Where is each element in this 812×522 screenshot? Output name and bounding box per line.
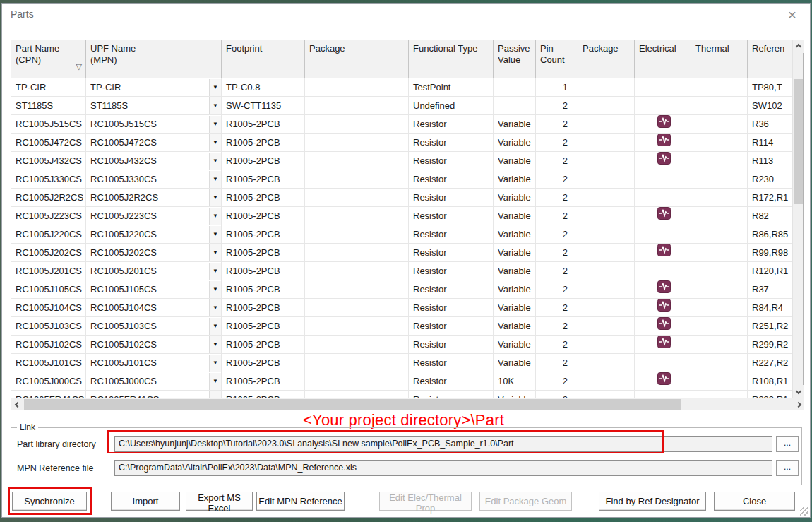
cell-pin-count: 2 <box>536 134 578 151</box>
close-icon[interactable]: × <box>783 6 801 24</box>
cell-passive-value: 10K <box>494 372 536 390</box>
part-library-directory-field[interactable]: C:\Users\hyunjunj\Desktop\Tutorial\2023.… <box>114 436 772 452</box>
vertical-scrollbar-thumb[interactable] <box>794 79 803 204</box>
mpn-reference-browse-button[interactable]: ... <box>776 460 799 476</box>
cell-package-2 <box>578 170 635 188</box>
column-header-thermal[interactable]: Thermal <box>691 40 748 78</box>
table-row[interactable]: RC1005J102CSRC1005J102CS▼R1005-2PCBResis… <box>11 336 794 354</box>
table-row[interactable]: RC1005J101CSRC1005J101CS▼R1005-2PCBResis… <box>11 354 794 372</box>
chevron-down-icon[interactable]: ▼ <box>209 244 221 261</box>
cell-pin-count: 2 <box>536 372 578 390</box>
chevron-down-icon[interactable]: ▼ <box>209 153 221 170</box>
cell-package <box>305 317 409 335</box>
cell-upf-name: TP-CIR▼ <box>86 78 222 96</box>
cell-part-name: RC1005J101CS <box>11 354 86 372</box>
table-row[interactable]: RC1005J223CSRC1005J223CS▼R1005-2PCBResis… <box>11 207 794 225</box>
chevron-down-icon[interactable]: ▼ <box>209 355 221 372</box>
chevron-down-icon[interactable]: ▼ <box>209 116 221 133</box>
chevron-down-icon[interactable]: ▼ <box>209 134 221 151</box>
vertical-scrollbar[interactable] <box>792 40 803 398</box>
table-row[interactable]: RC1005J472CSRC1005J472CS▼R1005-2PCBResis… <box>11 134 794 152</box>
cell-part-name: RC1005J202CS <box>11 244 86 261</box>
electrical-analysis-icon <box>657 207 671 225</box>
column-header-pin-count[interactable]: Pin Count <box>536 40 578 78</box>
upf-name-value: RC1005J102CS <box>90 336 157 353</box>
cell-thermal <box>691 189 748 206</box>
table-row[interactable]: RC1005J220CSRC1005J220CS▼R1005-2PCBResis… <box>11 225 794 244</box>
table-row[interactable]: TP-CIRTP-CIR▼TP-C0.8TestPoint1TP80,T <box>11 78 794 97</box>
table-row[interactable]: RC1005J202CSRC1005J202CS▼R1005-2PCBResis… <box>11 244 794 262</box>
table-row[interactable]: RC1005J000CSRC1005J000CS▼R1005-2PCBResis… <box>11 372 794 391</box>
column-header-footprint[interactable]: Footprint <box>222 40 305 78</box>
scroll-down-icon[interactable] <box>793 385 804 398</box>
cell-thermal <box>691 78 748 96</box>
chevron-down-icon[interactable]: ▼ <box>209 391 221 398</box>
cell-part-name: RC1005J220CS <box>11 225 86 243</box>
chevron-down-icon[interactable]: ▼ <box>209 263 221 280</box>
table-row[interactable]: RC1005J330CSRC1005J330CS▼R1005-2PCBResis… <box>11 170 794 189</box>
column-header-passive-value[interactable]: Passive Value <box>494 40 536 78</box>
column-header-reference[interactable]: Referen <box>748 40 794 78</box>
horizontal-scrollbar-thumb[interactable] <box>24 399 681 410</box>
table-row[interactable]: ST1185SST1185S▼SW-CTT1135Undefined2SW102 <box>11 97 794 115</box>
cell-functional-type: Resistor <box>409 280 494 298</box>
mpn-reference-file-field[interactable]: C:\ProgramData\Altair\PollEx\2023\Data\M… <box>114 460 772 476</box>
table-row[interactable]: RC1005J105CSRC1005J105CS▼R1005-2PCBResis… <box>11 280 794 299</box>
table-row[interactable]: RC1005J104CSRC1005J104CS▼R1005-2PCBResis… <box>11 299 794 317</box>
upf-name-value: RC1005J432CS <box>90 152 157 170</box>
cell-footprint: R1005-2PCB <box>222 152 305 170</box>
column-header-upf-name[interactable]: UPF Name (MPN) <box>86 40 222 78</box>
scroll-right-icon[interactable] <box>792 398 804 410</box>
table-row[interactable]: RC1005J201CSRC1005J201CS▼R1005-2PCBResis… <box>11 262 794 280</box>
chevron-down-icon[interactable]: ▼ <box>209 318 221 335</box>
chevron-down-icon[interactable]: ▼ <box>209 281 221 298</box>
table-row[interactable]: RC1005FR41CSRC1005FR41CS▼R1005-2PCBResis… <box>11 391 794 398</box>
cell-package <box>305 336 409 353</box>
chevron-down-icon[interactable]: ▼ <box>209 226 221 243</box>
table-body: TP-CIRTP-CIR▼TP-C0.8TestPoint1TP80,TST11… <box>11 78 794 398</box>
chevron-down-icon[interactable]: ▼ <box>209 97 221 114</box>
cell-passive-value: Variable <box>494 317 536 335</box>
chevron-down-icon[interactable]: ▼ <box>209 171 221 188</box>
cell-package-2 <box>578 152 635 170</box>
scroll-left-icon[interactable] <box>11 398 24 410</box>
chevron-down-icon[interactable]: ▼ <box>209 299 221 316</box>
chevron-down-icon[interactable]: ▼ <box>209 336 221 353</box>
column-header-part-name[interactable]: Part Name (CPN)▽ <box>11 40 86 78</box>
column-header-package-2[interactable]: Package <box>578 40 635 78</box>
synchronize-button[interactable]: Synchronize <box>12 492 87 511</box>
cell-functional-type: Resistor <box>409 225 494 243</box>
cell-reference: R251,R2 <box>748 317 794 335</box>
column-header-electrical[interactable]: Electrical <box>635 40 691 78</box>
column-header-functional-type[interactable]: Functional Type <box>409 40 494 78</box>
table-row[interactable]: RC1005J432CSRC1005J432CS▼R1005-2PCBResis… <box>11 152 794 170</box>
chevron-down-icon[interactable]: ▼ <box>209 189 221 206</box>
cell-package <box>305 372 409 390</box>
chevron-down-icon[interactable]: ▼ <box>209 79 221 96</box>
table-row[interactable]: RC1005J103CSRC1005J103CS▼R1005-2PCBResis… <box>11 317 794 336</box>
chevron-down-icon[interactable]: ▼ <box>209 208 221 225</box>
find-by-ref-designator-button[interactable]: Find by Ref Designator <box>599 492 706 511</box>
cell-package <box>305 207 409 225</box>
edit-mpn-reference-button[interactable]: Edit MPN Reference <box>256 492 345 511</box>
cell-functional-type: TestPoint <box>409 78 494 96</box>
table-row[interactable]: RC1005J2R2CSRC1005J2R2CS▼R1005-2PCBResis… <box>11 189 794 207</box>
part-library-browse-button[interactable]: ... <box>776 436 799 452</box>
horizontal-scrollbar[interactable] <box>11 398 804 410</box>
cell-electrical <box>635 189 691 207</box>
resize-grip-icon[interactable] <box>800 507 808 516</box>
import-button[interactable]: Import <box>111 492 180 511</box>
close-button[interactable]: Close <box>714 492 795 511</box>
cell-upf-name: RC1005J472CS▼ <box>86 134 222 151</box>
cell-package-2 <box>578 372 635 390</box>
cell-passive-value: Variable <box>494 244 536 261</box>
cell-footprint: R1005-2PCB <box>222 262 305 280</box>
column-header-package[interactable]: Package <box>305 40 409 78</box>
scroll-up-icon[interactable] <box>793 40 804 53</box>
table-row[interactable]: RC1005J515CSRC1005J515CS▼R1005-2PCBResis… <box>11 115 794 134</box>
cell-package <box>305 354 409 372</box>
chevron-down-icon[interactable]: ▼ <box>209 373 221 390</box>
cell-thermal <box>691 299 748 316</box>
export-ms-excel-button[interactable]: Export MS Excel <box>186 492 253 511</box>
cell-footprint: R1005-2PCB <box>222 280 305 298</box>
